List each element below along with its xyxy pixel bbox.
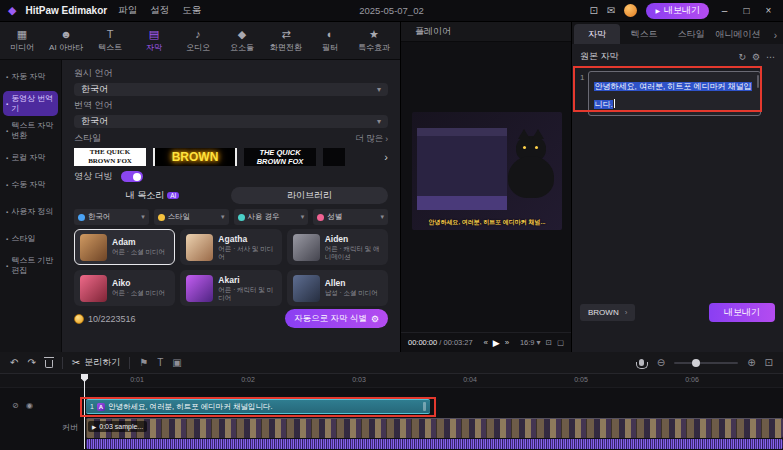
style-card-serif[interactable]: THE QUICK BROWN FOX — [74, 148, 146, 166]
toolbar-item-transition[interactable]: ⇄화면전환 — [264, 22, 308, 59]
voice-card-allen[interactable]: Allen남성 · 소셜 미디어 — [287, 270, 388, 306]
more-options-icon[interactable]: ⋯ — [766, 52, 775, 62]
toolbar-item-ai-avatar[interactable]: ☻AI 아바타 — [44, 22, 88, 59]
retranslate-icon[interactable]: ↻ — [738, 52, 746, 62]
crop-icon[interactable]: ▣ — [172, 358, 181, 368]
sidebar-item-local-subtitle[interactable]: ▪로컬 자막 — [3, 145, 58, 170]
fit-screen-icon[interactable]: ⊡ — [546, 338, 552, 347]
voice-avatar — [80, 275, 107, 302]
toolbar-label: 필터 — [322, 42, 338, 53]
close-button[interactable]: × — [762, 5, 775, 16]
gender-filter-dropdown[interactable]: 성별▾ — [313, 209, 388, 225]
source-language-dropdown[interactable]: 한국어 ▾ — [74, 83, 388, 96]
style-more-link[interactable]: 더 많은› — [355, 133, 388, 145]
clip-trim-handle[interactable] — [423, 402, 426, 411]
minimize-button[interactable]: – — [718, 5, 731, 16]
audio-clip[interactable] — [86, 439, 783, 449]
fit-timeline-icon[interactable]: ⊡ — [765, 358, 773, 368]
voice-card-akari[interactable]: Akari어른 · 캐릭터 및 미디어 — [180, 270, 281, 306]
toolbar-item-elements[interactable]: ◆요소들 — [220, 22, 264, 59]
eye-track-icon[interactable]: ◉ — [26, 401, 33, 410]
sidebar-item-custom[interactable]: ▪사용자 정의 — [3, 199, 58, 224]
tab-subtitle[interactable]: 자막 — [574, 24, 620, 44]
language-filter-dropdown[interactable]: 한국어▾ — [74, 209, 149, 225]
split-button[interactable]: ✂ 분리하기 — [72, 356, 120, 369]
toolbar-item-filter[interactable]: ◐필터 — [308, 22, 352, 59]
tab-my-voice[interactable]: 내 목소리 AI — [74, 189, 231, 202]
undo-icon[interactable]: ↶ — [10, 358, 18, 368]
export-button-top[interactable]: ▶ 내보내기 — [646, 3, 709, 19]
aspect-ratio-value: 16:9 — [520, 338, 535, 347]
maximize-button[interactable]: □ — [740, 5, 753, 16]
text-icon: T — [107, 29, 114, 40]
video-clip[interactable]: ▶0:03 sample... — [86, 418, 783, 438]
menu-help[interactable]: 도움 — [180, 4, 203, 17]
sidebar-item-video-translator[interactable]: ▪동영상 번역기 — [3, 91, 58, 116]
aspect-ratio-dropdown[interactable]: 16:9 ▾ — [520, 338, 541, 347]
previous-frame-button[interactable]: « — [483, 338, 487, 347]
sidebar-item-text-to-subtitle[interactable]: ▪텍스트 자막 변환 — [3, 118, 58, 143]
voice-card-agatha[interactable]: Agatha어른 · 서사 및 미디어 — [180, 229, 281, 265]
video-preview[interactable]: 안녕하세요, 여러분, 히트포 에디마커 채널... — [412, 112, 562, 230]
trash-icon[interactable] — [45, 360, 53, 368]
subtitle-style-dropdown[interactable]: BROWN › — [580, 304, 635, 321]
menu-file[interactable]: 파일 — [116, 4, 139, 17]
play-button[interactable]: ▶ — [493, 338, 500, 348]
tab-style[interactable]: 스타일 — [668, 24, 714, 44]
voice-card-aiko[interactable]: Aiko어른 · 소셜 미디어 — [74, 270, 175, 306]
media-icon: ▦ — [17, 29, 27, 40]
style-scroll-arrow[interactable]: › — [384, 151, 388, 163]
mic-icon[interactable] — [639, 359, 644, 366]
toolbar-item-text[interactable]: T텍스트 — [88, 22, 132, 59]
usecase-filter-dropdown[interactable]: 사용 경우▾ — [234, 209, 309, 225]
subtitle-clip[interactable]: 1 A 안녕하세요, 여러분, 히트포 에디마커 채널입니다. — [86, 399, 430, 414]
next-frame-button[interactable]: » — [505, 338, 509, 347]
sidebar-item-text-based-edit[interactable]: ▪텍스트 기반 편집 — [3, 253, 58, 278]
zoom-in-icon[interactable]: ⊕ — [747, 358, 755, 368]
toolbar-item-subtitle[interactable]: ▤자막 — [132, 22, 176, 59]
voice-card-aiden[interactable]: Aiden어른 · 캐릭터 및 애니메이션 — [287, 229, 388, 265]
toolbar-item-audio[interactable]: ♪오디오 — [176, 22, 220, 59]
cover-label[interactable]: 커버 — [62, 422, 78, 433]
subtitle-textarea[interactable]: 안녕하세요, 여러분, 히트포 에디마커 채널입니다. — [588, 71, 761, 116]
mute-track-icon[interactable]: ⊘ — [12, 401, 19, 410]
target-language-label: 번역 언어 — [74, 99, 388, 112]
timeline-ruler[interactable]: 0:01 0:02 0:03 0:04 0:05 0:06 — [0, 374, 783, 388]
device-icon[interactable]: ⊡ — [590, 6, 598, 16]
sidebar-item-manual-subtitle[interactable]: ▪수동 자막 — [3, 172, 58, 197]
main-toolbar: ▦미디어 ☻AI 아바타 T텍스트 ▤자막 ♪오디오 ◆요소들 ⇄화면전환 ◐필… — [0, 22, 400, 60]
toolbar-item-effects[interactable]: ★특수효과 — [352, 22, 396, 59]
tab-animation[interactable]: 애니메이션 — [715, 24, 761, 44]
auto-identify-button[interactable]: 자동으로 자막 식별⚙ — [285, 309, 388, 328]
style-card-italic[interactable]: THE QUICK BROWN FOX — [244, 148, 316, 166]
playhead-line[interactable] — [84, 378, 85, 449]
menu-settings[interactable]: 설정 — [148, 4, 171, 17]
settings-icon[interactable]: ⚙ — [752, 52, 760, 62]
style-card-partial[interactable] — [323, 148, 345, 166]
sidebar-item-auto-subtitle[interactable]: ▪자동 자막 — [3, 64, 58, 89]
feedback-icon[interactable]: ✉ — [607, 6, 615, 16]
marker-icon[interactable]: ⚑ — [139, 358, 148, 368]
text-tool-icon[interactable]: T — [157, 358, 163, 368]
target-language-dropdown[interactable]: 한국어 ▾ — [74, 115, 388, 128]
player-stage[interactable]: 안녕하세요, 여러분, 히트포 에디마커 채널... — [401, 42, 571, 332]
textarea-scrollbar[interactable] — [757, 75, 759, 88]
sidebar-item-style[interactable]: ▪스타일 — [3, 226, 58, 251]
tab-text[interactable]: 텍스트 — [621, 24, 667, 44]
target-language-value: 한국어 — [81, 115, 108, 128]
style-filter-dropdown[interactable]: 스타일▾ — [154, 209, 229, 225]
zoom-slider[interactable] — [674, 362, 738, 364]
time-display: 00:00:00 / 00:03:27 — [408, 338, 473, 347]
dubbing-toggle[interactable] — [121, 171, 143, 182]
style-card-brown-glow[interactable]: BROWN — [153, 148, 237, 166]
titlebar: ◆ HitPaw Edimakor 파일 설정 도움 2025-05-07_02… — [0, 0, 783, 22]
fullscreen-icon[interactable]: ▢ — [557, 338, 564, 347]
tabs-expand-arrow[interactable]: › — [774, 30, 781, 44]
zoom-out-icon[interactable]: ⊖ — [657, 358, 665, 368]
toolbar-item-media[interactable]: ▦미디어 — [0, 22, 44, 59]
voice-card-adam[interactable]: Adam어른 · 소셜 미디어 — [74, 229, 175, 265]
redo-icon[interactable]: ↷ — [27, 358, 35, 368]
export-button[interactable]: 내보내기 — [709, 303, 775, 322]
tab-library[interactable]: 라이브러리 — [231, 187, 388, 204]
user-avatar[interactable] — [624, 4, 637, 17]
